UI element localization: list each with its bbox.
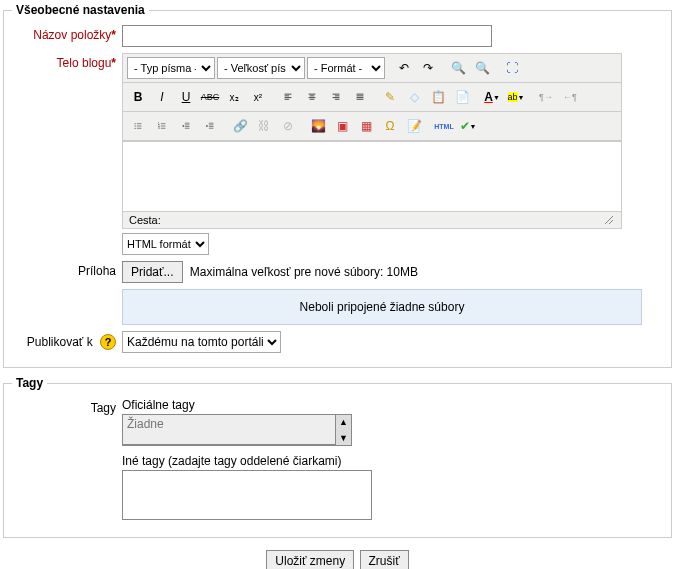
file-drop-zone[interactable]: Neboli pripojené žiadne súbory [122,289,642,325]
format-select[interactable]: - Formát - [307,57,385,79]
tags-fieldset: Tagy Tagy Oficiálne tagy Žiadne ▲ ▼ Iné … [3,376,672,538]
svg-point-2 [135,128,136,129]
publish-select[interactable]: Každému na tomto portáli [122,331,281,353]
attachment-label: Príloha [12,261,122,278]
highlight-icon[interactable]: ab▼ [505,86,527,108]
ltr-icon[interactable]: ¶→ [535,86,557,108]
insert-image-icon[interactable]: 🌄 [307,115,329,137]
font-size-select[interactable]: - Veľkosť písma - [217,57,305,79]
save-button[interactable]: Uložiť zmeny [266,550,354,569]
indent-icon[interactable] [199,115,221,137]
general-legend: Všeobecné nastavenia [12,3,149,17]
scroll-down-icon[interactable]: ▼ [335,431,351,445]
spellcheck-icon[interactable]: ✔▼ [457,115,479,137]
replace-icon[interactable]: 🔍 [471,57,493,79]
paste-word-icon[interactable]: 📄 [451,86,473,108]
rich-text-editor: - Typ písma - - Veľkosť písma - - Formát… [122,53,622,229]
outdent-icon[interactable] [175,115,197,137]
link-icon[interactable]: 🔗 [229,115,251,137]
superscript-icon[interactable]: x² [247,86,269,108]
cleanup-icon[interactable]: ✎ [379,86,401,108]
font-family-select[interactable]: - Typ písma - [127,57,215,79]
numbered-list-icon[interactable]: 123 [151,115,173,137]
help-icon[interactable]: ? [100,334,116,350]
max-size-text: Maximálna veľkosť pre nové súbory: 10MB [190,265,418,279]
undo-icon[interactable]: ↶ [393,57,415,79]
editor-textarea[interactable] [123,141,621,211]
html-format-select[interactable]: HTML formát [122,233,209,255]
body-label: Telo blogu* [12,53,122,70]
svg-text:3: 3 [158,126,160,130]
general-settings-fieldset: Všeobecné nastavenia Názov položky* Telo… [3,3,672,368]
other-tags-label: Iné tagy (zadajte tagy oddelené čiarkami… [122,454,663,468]
align-left-icon[interactable] [277,86,299,108]
remove-format-icon[interactable]: ◇ [403,86,425,108]
bold-icon[interactable]: B [127,86,149,108]
button-bar: Uložiť zmeny Zrušiť [3,550,672,569]
unlink-icon[interactable]: ⛓ [253,115,275,137]
find-icon[interactable]: 🔍 [447,57,469,79]
insert-char-icon[interactable]: Ω [379,115,401,137]
paste-text-icon[interactable]: 📋 [427,86,449,108]
insert-media-icon[interactable]: ▣ [331,115,353,137]
scroll-up-icon[interactable]: ▲ [335,415,351,429]
html-source-icon[interactable]: HTML [433,115,455,137]
svg-point-1 [135,125,136,126]
fullscreen-icon[interactable]: ⛶ [501,57,523,79]
title-label: Názov položky* [12,25,122,42]
underline-icon[interactable]: U [175,86,197,108]
prevent-autolink-icon[interactable]: ⊘ [277,115,299,137]
edit-html-icon[interactable]: 📝 [403,115,425,137]
publish-label: Publikovať k ? [12,331,122,350]
official-tags-listbox[interactable]: Žiadne ▲ ▼ [122,414,352,446]
align-right-icon[interactable] [325,86,347,108]
svg-point-0 [135,123,136,124]
editor-path-label: Cesta: [129,214,161,226]
strikethrough-icon[interactable]: ABC [199,86,221,108]
rtl-icon[interactable]: ←¶ [559,86,581,108]
font-color-icon[interactable]: A▼ [481,86,503,108]
tags-label: Tagy [12,398,122,415]
tags-legend: Tagy [12,376,47,390]
add-file-button[interactable]: Pridať... [122,261,183,283]
insert-table-icon[interactable]: ▦ [355,115,377,137]
official-tags-none: Žiadne [123,415,335,445]
italic-icon[interactable]: I [151,86,173,108]
cancel-button[interactable]: Zrušiť [360,550,409,569]
align-justify-icon[interactable] [349,86,371,108]
subscript-icon[interactable]: x₂ [223,86,245,108]
title-input[interactable] [122,25,492,47]
official-tags-label: Oficiálne tagy [122,398,663,412]
bullet-list-icon[interactable] [127,115,149,137]
other-tags-textarea[interactable] [122,470,372,520]
align-center-icon[interactable] [301,86,323,108]
resize-handle-icon[interactable] [603,214,615,226]
redo-icon[interactable]: ↷ [417,57,439,79]
